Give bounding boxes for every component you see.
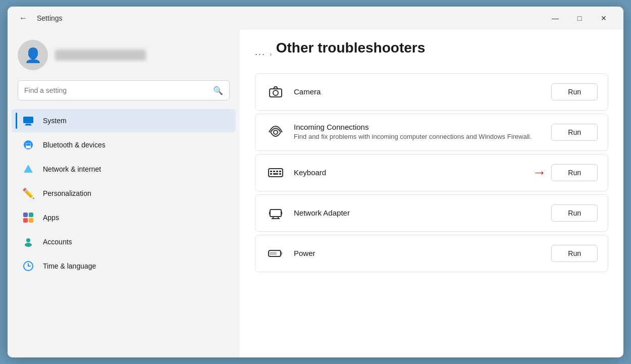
camera-info: Camera (286, 87, 551, 97)
camera-title: Camera (294, 87, 543, 96)
svg-rect-22 (279, 171, 281, 172)
username-blur (55, 49, 146, 61)
svg-rect-25 (279, 173, 281, 175)
keyboard-icon (266, 163, 286, 183)
camera-run-button[interactable]: Run (551, 83, 598, 100)
svg-marker-5 (24, 165, 33, 173)
accounts-icon (22, 235, 35, 248)
sidebar-label-network: Network & internet (43, 165, 101, 173)
power-icon (266, 243, 286, 264)
incoming-info: Incoming Connections Find and fix proble… (286, 123, 551, 141)
troubleshooter-incoming: Incoming Connections Find and fix proble… (255, 114, 608, 151)
keyboard-title: Keyboard (294, 168, 524, 177)
sidebar-label-bluetooth: Bluetooth & devices (43, 141, 106, 149)
svg-rect-20 (273, 171, 275, 172)
user-icon: 👤 (24, 47, 42, 64)
settings-window: ← Settings — □ ✕ 👤 🔍 (8, 7, 623, 357)
breadcrumb: ··· › Other troubleshooters (255, 40, 608, 68)
svg-rect-2 (25, 125, 32, 126)
sidebar-item-time[interactable]: Time & language (12, 254, 236, 278)
troubleshooter-camera: Camera Run (255, 73, 608, 111)
svg-rect-28 (281, 212, 282, 215)
svg-rect-26 (270, 210, 281, 217)
minimize-button[interactable]: — (544, 10, 567, 26)
sidebar-item-accounts[interactable]: Accounts (12, 230, 236, 253)
back-button[interactable]: ← (16, 11, 31, 26)
incoming-title: Incoming Connections (294, 123, 543, 131)
sidebar: 👤 🔍 System ⬓ Bluetooth & device (8, 30, 240, 357)
search-box[interactable]: 🔍 (18, 80, 230, 100)
incoming-desc: Find and fix problems with incoming comp… (294, 132, 543, 141)
keyboard-info: Keyboard (286, 168, 532, 178)
svg-point-11 (25, 243, 32, 247)
troubleshooter-network-adapter: Network Adapter Run (255, 194, 608, 232)
troubleshooter-power: Power Run (255, 235, 608, 272)
sidebar-label-system: System (43, 117, 67, 125)
network-adapter-icon (266, 203, 286, 223)
sidebar-label-apps: Apps (43, 214, 59, 222)
personalization-icon: ✏️ (22, 187, 35, 200)
svg-rect-34 (281, 252, 282, 255)
incoming-connections-icon (266, 122, 286, 142)
troubleshooter-keyboard: Keyboard → Run (255, 154, 608, 191)
svg-rect-21 (276, 171, 278, 172)
svg-rect-9 (29, 218, 33, 223)
svg-text:⬓: ⬓ (25, 141, 31, 149)
svg-point-16 (273, 90, 278, 95)
network-adapter-title: Network Adapter (294, 209, 543, 217)
sidebar-label-accounts: Accounts (43, 238, 72, 246)
power-info: Power (286, 249, 551, 258)
search-icon: 🔍 (213, 86, 223, 95)
svg-rect-27 (269, 212, 270, 215)
svg-rect-24 (273, 173, 278, 175)
svg-rect-8 (23, 218, 28, 223)
titlebar-controls: — □ ✕ (544, 10, 615, 26)
svg-rect-1 (26, 124, 31, 125)
keyboard-run-button[interactable]: Run (551, 164, 598, 181)
time-icon (22, 259, 35, 273)
close-button[interactable]: ✕ (592, 10, 615, 26)
svg-rect-0 (23, 117, 33, 123)
svg-rect-33 (270, 252, 277, 255)
breadcrumb-dots: ··· (255, 49, 266, 60)
avatar: 👤 (18, 40, 48, 70)
red-arrow-icon: → (532, 165, 546, 181)
network-adapter-info: Network Adapter (286, 209, 551, 218)
main-content: ··· › Other troubleshooters Camera Run (240, 30, 623, 357)
window-content: 👤 🔍 System ⬓ Bluetooth & device (8, 30, 623, 357)
svg-rect-7 (29, 213, 33, 217)
sidebar-item-personalization[interactable]: ✏️ Personalization (12, 182, 236, 205)
camera-icon (266, 82, 286, 102)
sidebar-item-bluetooth[interactable]: ⬓ Bluetooth & devices (12, 133, 236, 157)
svg-rect-23 (270, 173, 272, 175)
bluetooth-icon: ⬓ (22, 138, 35, 151)
sidebar-label-personalization: Personalization (43, 189, 91, 197)
incoming-run-button[interactable]: Run (551, 124, 598, 141)
sidebar-label-time: Time & language (43, 262, 96, 270)
arrow-indicator: → (532, 165, 546, 181)
svg-rect-18 (269, 169, 283, 177)
window-title: Settings (37, 14, 63, 22)
network-adapter-run-button[interactable]: Run (551, 204, 598, 222)
sidebar-item-apps[interactable]: Apps (12, 206, 236, 229)
apps-icon (22, 211, 35, 224)
breadcrumb-separator: › (270, 50, 272, 58)
svg-point-10 (26, 238, 30, 242)
titlebar: ← Settings — □ ✕ (8, 7, 623, 30)
troubleshooter-list: Camera Run Incoming (255, 73, 608, 275)
sidebar-item-system[interactable]: System (12, 109, 236, 132)
sidebar-item-network[interactable]: Network & internet (12, 158, 236, 181)
titlebar-left: ← Settings (16, 11, 544, 26)
power-run-button[interactable]: Run (551, 245, 598, 262)
maximize-button[interactable]: □ (568, 10, 591, 26)
network-icon (22, 163, 35, 176)
power-title: Power (294, 249, 543, 257)
system-icon (22, 114, 35, 127)
search-input[interactable] (24, 86, 209, 94)
user-profile: 👤 (8, 35, 240, 80)
svg-point-17 (274, 130, 278, 134)
page-title: Other troubleshooters (276, 40, 426, 56)
svg-rect-6 (23, 213, 28, 217)
svg-rect-19 (270, 171, 272, 172)
